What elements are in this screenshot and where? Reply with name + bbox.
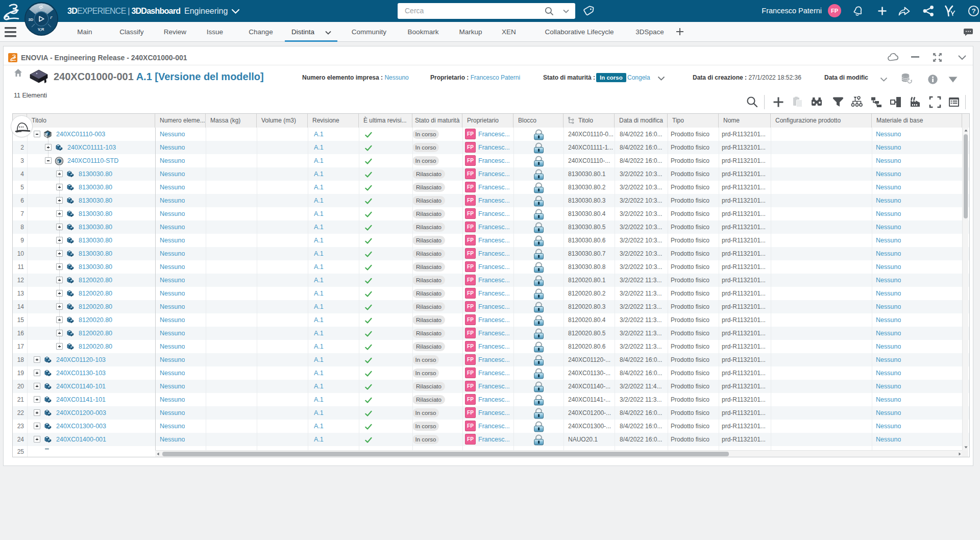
svg-text:i': i'	[51, 15, 53, 20]
svg-text:3D: 3D	[29, 17, 34, 22]
svg-text:V,R: V,R	[38, 27, 44, 32]
svg-text:?: ?	[971, 7, 975, 15]
